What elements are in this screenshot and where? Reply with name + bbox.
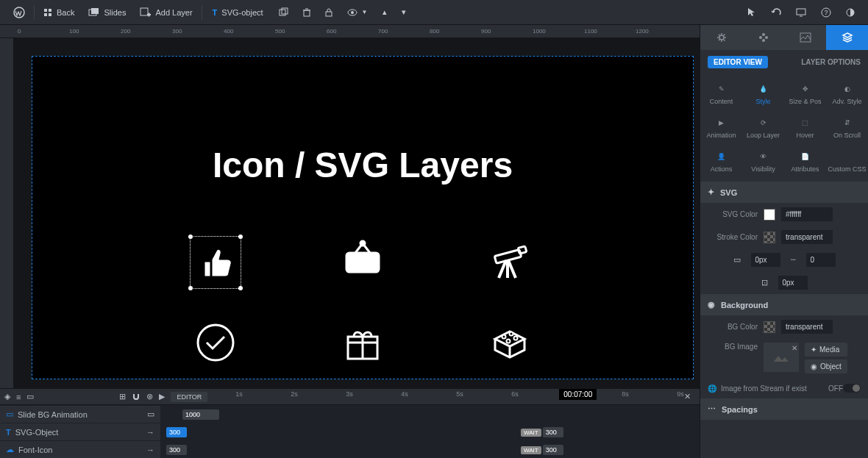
- lock2-icon[interactable]: ⊗: [146, 392, 153, 401]
- svg-icon: ✦: [708, 187, 714, 197]
- back-button[interactable]: Back: [36, 0, 82, 25]
- panel-cat-customcss[interactable]: Custom CSS: [826, 145, 868, 179]
- remove-image-icon[interactable]: ✕: [791, 344, 797, 352]
- grid-icon[interactable]: ⊞: [119, 392, 126, 401]
- timeline-row[interactable]: TSVG-Object→ 300WAIT300: [0, 423, 700, 440]
- panel-cat-looplayer[interactable]: ⟳Loop Layer: [742, 111, 784, 145]
- object-button[interactable]: ◉ Object: [805, 359, 847, 373]
- gift-svg-layer[interactable]: [341, 321, 385, 366]
- svg-rect-18: [797, 9, 805, 15]
- checkmark-svg-layer[interactable]: [193, 321, 238, 366]
- arrow-up-icon[interactable]: ▴: [375, 0, 394, 25]
- svg-line-31: [508, 260, 516, 278]
- contrast-icon[interactable]: [839, 0, 862, 25]
- svg-rect-7: [140, 8, 148, 15]
- svg-point-33: [198, 325, 233, 360]
- layers-tab-icon[interactable]: [826, 25, 868, 50]
- editor-view-pill[interactable]: EDITOR VIEW: [708, 56, 768, 68]
- svg-rect-2: [49, 9, 51, 12]
- undo-icon[interactable]: [764, 0, 789, 25]
- panel-cat-sizepos[interactable]: ✥Size & Pos: [784, 77, 826, 111]
- bg-image-thumbnail[interactable]: ✕: [764, 343, 799, 372]
- svg-point-25: [360, 241, 365, 246]
- svg-text:?: ?: [824, 9, 828, 16]
- panel-cat-hover[interactable]: ⬚Hover: [784, 111, 826, 145]
- visibility-icon[interactable]: ▼: [340, 0, 375, 25]
- slide-title-text[interactable]: Icon / SVG Layers: [213, 145, 513, 185]
- svg-color-swatch[interactable]: [764, 209, 775, 221]
- delete-icon[interactable]: [296, 0, 318, 25]
- timeline-ruler: 1s 2s 3s 4s 5s 6s 7s 8s 9s 00:07:00: [213, 389, 674, 404]
- svg-color-input[interactable]: [781, 207, 833, 221]
- help-icon[interactable]: ?: [814, 0, 839, 25]
- wordpress-icon[interactable]: [6, 0, 32, 25]
- panel-cat-attributes[interactable]: 📄Attributes: [784, 145, 826, 179]
- svg-rect-12: [304, 10, 310, 16]
- bg-tab-icon[interactable]: [784, 25, 826, 50]
- panel-cat-onscroll[interactable]: ⇵On Scroll: [826, 111, 868, 145]
- svg-rect-1: [44, 9, 47, 12]
- time-indicator[interactable]: 00:07:00: [559, 389, 597, 400]
- panel-cat-actions[interactable]: 👤Actions: [700, 145, 742, 179]
- block-svg-layer[interactable]: [488, 321, 532, 366]
- stroke-color-swatch[interactable]: [764, 232, 775, 243]
- svg-rect-11: [282, 8, 288, 14]
- svg-point-43: [765, 36, 768, 39]
- nav-tab-icon[interactable]: [742, 25, 784, 50]
- layer-tab[interactable]: TSVG-object: [204, 0, 272, 25]
- svg-section-header[interactable]: ✦SVG: [700, 182, 868, 203]
- slides-button[interactable]: Slides: [82, 0, 133, 25]
- svg-point-40: [507, 340, 511, 343]
- svg-point-38: [510, 332, 513, 336]
- val3-input[interactable]: [778, 276, 808, 290]
- settings-tab-icon[interactable]: [700, 25, 742, 50]
- vertical-ruler: [0, 38, 14, 388]
- arrow-down-icon[interactable]: ▾: [394, 0, 413, 25]
- media-button[interactable]: ✦ Media: [805, 343, 847, 357]
- thumbs-up-svg-layer[interactable]: [190, 236, 241, 289]
- svg-rect-29: [518, 246, 527, 254]
- spacings-section-header[interactable]: ⋯Spacings: [700, 398, 868, 420]
- layer-options-label: LAYER OPTIONS: [801, 58, 861, 66]
- panel-cat-content[interactable]: ✎Content: [700, 77, 742, 111]
- svg-point-17: [351, 11, 354, 14]
- bg-color-swatch[interactable]: [764, 321, 775, 333]
- canvas[interactable]: Icon / SVG Layers OPEN: [14, 38, 700, 388]
- panel-cat-visibility[interactable]: 👁Visibility: [742, 145, 784, 179]
- svg-rect-3: [44, 13, 47, 16]
- snap-icon[interactable]: [132, 392, 140, 402]
- layers-icon[interactable]: ◈: [4, 392, 10, 401]
- val2-input[interactable]: [806, 253, 836, 267]
- right-panel: EDITOR VIEW LAYER OPTIONS ✎Content💧Style…: [700, 25, 868, 458]
- bg-section-header[interactable]: ◉Background: [700, 294, 868, 315]
- val1-input[interactable]: [751, 253, 780, 267]
- text-layer-icon: T: [213, 8, 218, 17]
- lock-icon[interactable]: [318, 0, 340, 25]
- svg-rect-4: [49, 13, 51, 16]
- width-icon: ▭: [733, 255, 741, 265]
- svg-point-39: [514, 337, 518, 340]
- folder-icon[interactable]: ▭: [26, 392, 34, 401]
- panel-cat-animation[interactable]: ▶Animation: [700, 111, 742, 145]
- svg-point-42: [759, 36, 762, 39]
- list-icon[interactable]: ≡: [16, 393, 21, 401]
- add-layer-button[interactable]: Add Layer: [133, 0, 199, 25]
- stream-toggle[interactable]: [843, 384, 861, 393]
- timeline-row[interactable]: ▭Slide BG Animation▭ 1000: [0, 405, 700, 423]
- play-icon[interactable]: ▶: [159, 392, 165, 401]
- slide[interactable]: Icon / SVG Layers OPEN: [32, 56, 694, 379]
- stroke-color-input[interactable]: [781, 230, 833, 244]
- timeline: ◈ ≡ ▭ ⊞ ⊗ ▶ EDITOR 1s 2s 3s 4s 5s 6s 7s …: [0, 388, 700, 458]
- svg-text:OPEN: OPEN: [349, 257, 377, 268]
- preview-icon[interactable]: [789, 0, 814, 25]
- panel-cat-advstyle[interactable]: ◐Adv. Style: [826, 77, 868, 111]
- panel-cat-style[interactable]: 💧Style: [742, 77, 784, 111]
- telescope-svg-layer[interactable]: [488, 240, 532, 285]
- duplicate-icon[interactable]: [272, 0, 296, 25]
- editor-badge[interactable]: EDITOR: [171, 392, 207, 402]
- open-sign-svg-layer[interactable]: OPEN: [341, 240, 385, 285]
- bg-color-input[interactable]: [781, 320, 833, 334]
- pointer-icon[interactable]: [740, 0, 764, 25]
- dash-icon: ┄: [791, 255, 796, 265]
- timeline-row[interactable]: ☁Font-Icon→ 300WAIT300: [0, 440, 700, 458]
